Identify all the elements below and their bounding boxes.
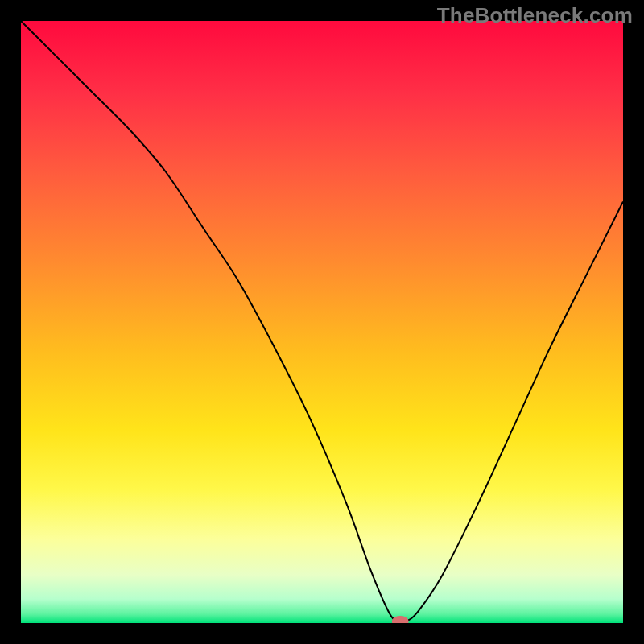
chart-svg xyxy=(21,21,623,623)
plot-area xyxy=(21,21,623,623)
chart-frame: TheBottleneck.com xyxy=(0,0,644,644)
watermark-text: TheBottleneck.com xyxy=(437,3,633,28)
